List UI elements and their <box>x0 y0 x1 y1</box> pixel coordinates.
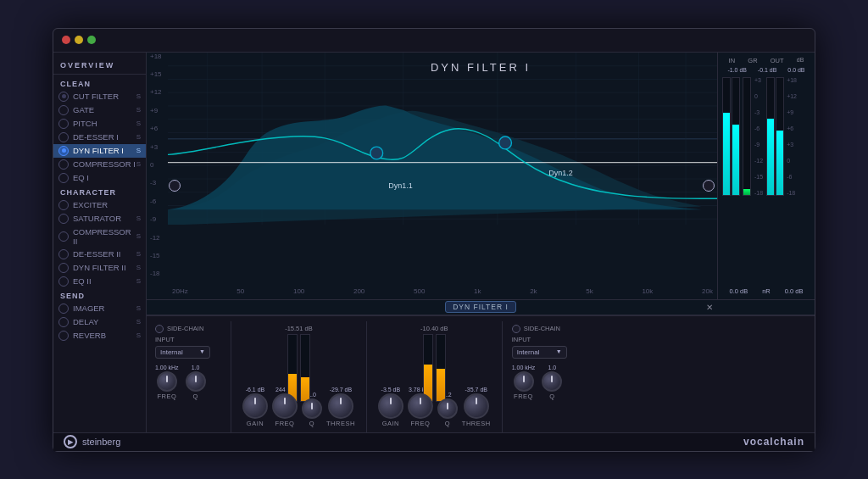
sidebar-item-de-esser-i[interactable]: DE-ESSER I S <box>53 131 146 144</box>
sidebar-item-compressor-ii[interactable]: COMPRESSOR II S <box>53 226 146 248</box>
delay-dot <box>58 317 69 327</box>
sidebar-item-de-esser-ii[interactable]: DE-ESSER II S <box>53 248 146 261</box>
left-input-dropdown[interactable]: Internal ▼ <box>155 346 210 359</box>
dyn1-gain-knob[interactable] <box>242 393 268 419</box>
sidebar-item-eq-i[interactable]: EQ I <box>53 171 146 185</box>
section-clean-label: CLEAN <box>53 76 146 90</box>
left-node-circle[interactable] <box>169 180 181 192</box>
sidebar-item-compressor-i[interactable]: COMPRESSOR I S <box>53 158 146 171</box>
eq-i-label: EQ I <box>73 173 89 182</box>
in-meter-bar-l <box>722 77 731 196</box>
saturator-label: SATURATOR <box>73 214 121 223</box>
gate-s: S <box>136 106 141 114</box>
compressor-ii-dot <box>58 231 69 242</box>
out-value: 0.0 dB <box>787 67 804 73</box>
close-button[interactable]: ✕ <box>706 303 713 312</box>
dyn2-q-knob[interactable] <box>437 398 458 419</box>
gate-label: GATE <box>73 105 94 114</box>
freq-labels: 20Hz 50 100 200 500 1k 2k 5k 10k 20k <box>172 287 713 295</box>
meter-bars-group: +3 0 -3 -6 -9 -12 -15 -18 <box>722 75 810 285</box>
sidebar-item-delay[interactable]: DELAY S <box>53 315 146 329</box>
dyn1-freq-knob[interactable] <box>272 393 298 419</box>
sidebar-item-exciter[interactable]: EXCITER <box>53 198 146 212</box>
main-content: DYN FILTER I +18 +15 +12 +9 +6 +3 0 -3 -… <box>147 53 815 451</box>
dyn1-knobs-row: -6.1 dB GAIN 244 Hz FREQ 1.0 Q <box>242 387 355 427</box>
right-q-knob-wrap: 1.0 Q <box>542 365 562 400</box>
in-meter <box>722 77 740 196</box>
out-label: OUT <box>771 57 784 64</box>
meter-value-labels: -1.0 dB -0.1 dB 0.0 dB <box>722 67 810 73</box>
section-send-label: SEND <box>53 288 146 302</box>
top-bar <box>53 29 815 53</box>
eq-ii-s: S <box>136 277 141 285</box>
eq-ii-dot <box>58 276 69 287</box>
overview-label: OVERVIEW <box>60 61 114 70</box>
dyn2-thresh-knob[interactable] <box>464 393 489 419</box>
dyn1-section: -15.51 dB -6.1 dB GAIN <box>236 321 362 446</box>
in-value: -1.0 dB <box>727 67 747 73</box>
delay-label: DELAY <box>73 317 98 326</box>
sidebar-item-cut-filter[interactable]: CUT FILTER S <box>53 90 146 103</box>
cut-filter-s: S <box>136 92 141 100</box>
eq-node-2 <box>499 136 512 149</box>
dyn1-thresh-knob[interactable] <box>328 393 353 419</box>
divider-1 <box>231 321 231 446</box>
left-q-knob[interactable] <box>186 371 206 392</box>
dyn2-vu-value: -10.40 dB <box>378 325 491 332</box>
dyn2-thresh-label: THRESH <box>462 420 491 427</box>
out-db-scale: +18 +12 +9 +6 +3 0 -6 -18 <box>787 77 797 196</box>
right-q-knob[interactable] <box>542 371 562 392</box>
in-meter-fill-r <box>732 125 739 195</box>
out-meter <box>766 77 784 196</box>
sidebar-item-dyn-filter-i[interactable]: DYN FILTER I S <box>53 144 146 158</box>
right-node-circle[interactable] <box>703 180 715 192</box>
chain-text: chain <box>774 436 804 448</box>
de-esser-ii-label: DE-ESSER II <box>73 249 121 259</box>
section-character-label: CHARACTER <box>53 185 146 198</box>
dyn2-freq-label: FREQ <box>410 420 430 427</box>
out-meter-fill-l <box>767 119 774 195</box>
out-meter-fill-r <box>776 131 783 195</box>
in-meter-fill-l <box>723 113 730 195</box>
right-freq-knob[interactable] <box>514 371 534 392</box>
divider-3 <box>502 321 503 446</box>
sidebar-item-eq-ii[interactable]: EQ II S <box>53 275 146 288</box>
left-freq-knob[interactable] <box>157 371 177 392</box>
left-q-knob-wrap: 1.0 Q <box>186 365 206 400</box>
sidebar-item-imager[interactable]: IMAGER S <box>53 302 146 315</box>
eq-node-1 <box>370 147 383 159</box>
dyn2-freq-knob[interactable] <box>408 393 433 419</box>
left-q-label: Q <box>192 393 198 400</box>
bottom-panel: SIDE-CHAIN INPUT Internal ▼ 1.00 kHz FRE… <box>147 315 815 451</box>
reverb-label: REVERB <box>73 331 106 340</box>
right-input-dropdown[interactable]: Internal ▼ <box>512 346 567 359</box>
right-side-chain: SIDE-CHAIN <box>512 325 578 333</box>
sidebar-item-saturator[interactable]: SATURATOR S <box>53 212 146 226</box>
eq-title: DYN FILTER I <box>431 61 531 74</box>
overview-section: OVERVIEW <box>53 58 146 75</box>
in-meter-bar-r <box>732 77 740 196</box>
sidebar-item-reverb[interactable]: REVERB S <box>53 329 146 343</box>
exciter-dot <box>58 200 69 210</box>
in-label: IN <box>729 57 736 64</box>
out-db-value: 0.0 dB <box>785 287 804 295</box>
delay-s: S <box>136 318 141 326</box>
sidebar-item-pitch[interactable]: PITCH S <box>53 117 146 131</box>
dyn2-gain-knob[interactable] <box>378 393 403 419</box>
db-scale-labels: +18 +15 +12 +9 +6 +3 0 -3 -6 -9 -12 -15 … <box>150 53 162 278</box>
sidebar-item-dyn-filter-ii[interactable]: DYN FILTER II S <box>53 261 146 275</box>
dyn2-vu-bar-r <box>436 334 446 402</box>
dyn1-vu-value: -15.51 dB <box>242 325 355 332</box>
dyn1-q-knob[interactable] <box>302 398 322 419</box>
left-knobs-row: 1.00 kHz FREQ 1.0 Q <box>155 365 221 400</box>
right-side-chain-label: SIDE-CHAIN <box>524 325 560 332</box>
compressor-ii-label: COMPRESSOR II <box>73 227 136 246</box>
meter-db-scale: +3 0 -3 -6 -9 -12 -15 -18 <box>754 77 763 196</box>
sidebar-item-gate[interactable]: GATE S <box>53 103 146 117</box>
compressor-i-s: S <box>136 160 141 168</box>
left-controls: SIDE-CHAIN INPUT Internal ▼ 1.00 kHz FRE… <box>150 321 226 446</box>
dyn2-q-label: Q <box>445 420 450 427</box>
saturator-dot <box>58 214 69 224</box>
left-side-chain: SIDE-CHAIN <box>155 325 221 333</box>
right-q-value: 1.0 <box>548 365 556 370</box>
